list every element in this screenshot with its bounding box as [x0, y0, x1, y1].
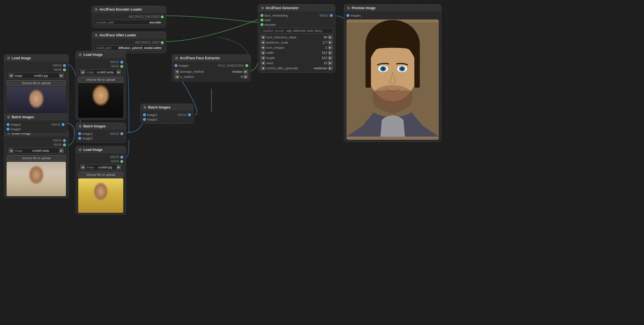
node-header: Arc2Face Face Extractor [172, 55, 250, 62]
output-port-image[interactable] [120, 61, 123, 64]
upload-btn-4[interactable]: choose file to upload [78, 172, 123, 178]
param-label: seed [266, 61, 273, 65]
next-btn[interactable]: ▶ [59, 149, 64, 153]
input-port-unet[interactable] [261, 19, 263, 21]
node-status-dot [79, 53, 82, 56]
output-label: MASK [54, 143, 62, 146]
node-title: Batch Images [12, 115, 34, 119]
node-status-dot [79, 125, 82, 128]
upload-btn-3[interactable]: choose file to upload [7, 155, 66, 161]
output-port[interactable] [188, 113, 191, 116]
output-port[interactable] [62, 123, 64, 126]
param-next-btn[interactable]: ▶ [328, 61, 333, 65]
arc2face-unet-loader-node: Arc2Face UNet Loader ARC2FACE_UNET model… [92, 31, 166, 53]
prev-btn[interactable]: ◀ [80, 70, 85, 74]
param-prev-btn[interactable]: ◀ [175, 75, 179, 79]
port-label: image2 [82, 137, 93, 140]
param-next-btn[interactable]: ▶ [328, 51, 333, 55]
next-btn[interactable]: ▶ [116, 70, 121, 74]
node-title: Preview Image [352, 6, 375, 10]
port-label: image2 [147, 118, 157, 121]
image-value: scottd2.webp [95, 71, 115, 74]
param-label: num_inference_steps [266, 36, 296, 39]
load-image-4-node: Load Image IMAGE MASK ◀ image scottd4.jp… [76, 146, 126, 215]
output-label: MASK [111, 65, 119, 68]
image-value: scottd1.jpg [24, 74, 58, 77]
port-label: face_embedding [265, 14, 288, 17]
input-port-image2[interactable] [143, 118, 146, 121]
output-port-image[interactable] [63, 64, 66, 67]
field-value: encoder [149, 21, 162, 24]
node-status-dot [7, 116, 10, 119]
prev-btn[interactable]: ◀ [9, 74, 13, 78]
port-label: unet [265, 18, 271, 22]
load-image-2-node: Load Image IMAGE MASK ◀ image scottd2.we… [76, 51, 126, 120]
input-port-images[interactable] [175, 64, 177, 67]
node-status-dot [347, 7, 350, 9]
param-prev-btn[interactable]: ◀ [261, 35, 265, 39]
svg-point-9 [400, 67, 404, 70]
negative-prompt-field[interactable]: negative_prompt ugly, deformed, noisy, b… [261, 28, 333, 34]
arc2face-encoder-loader-node: Arc2Face Encoder Loader ARC2FACE_ENCODER… [92, 6, 166, 28]
node-header: Batch Images [141, 104, 193, 111]
input-port-image1[interactable] [7, 123, 9, 126]
param-next-btn[interactable]: ▶ [328, 40, 333, 44]
param-prev-btn[interactable]: ◀ [261, 56, 265, 60]
input-port-image2[interactable] [78, 137, 81, 140]
output-port-mask[interactable] [63, 143, 66, 146]
output-port[interactable] [120, 132, 123, 135]
input-port-images[interactable] [347, 14, 349, 17]
param-prev-btn[interactable]: ◀ [261, 61, 265, 65]
param-label: average_method [180, 70, 204, 73]
input-port-image1[interactable] [143, 113, 146, 116]
upload-btn-1[interactable]: choose file to upload [7, 80, 66, 86]
output-port-image[interactable] [63, 139, 66, 142]
port-label: images [179, 64, 189, 67]
next-btn[interactable]: ▶ [59, 74, 64, 78]
output-port[interactable] [161, 41, 164, 44]
param-prev-btn[interactable]: ◀ [261, 46, 265, 50]
param-prev-btn[interactable]: ◀ [261, 66, 265, 70]
input-port-encoder[interactable] [261, 23, 263, 26]
output-port[interactable] [245, 64, 248, 67]
svg-rect-12 [414, 55, 420, 88]
prev-btn[interactable]: ◀ [80, 165, 85, 169]
output-port[interactable] [161, 15, 164, 18]
upload-btn-2[interactable]: choose file to upload [78, 77, 123, 82]
param-value: 13 [324, 61, 327, 65]
output-port[interactable] [330, 14, 333, 17]
param-next-btn[interactable]: ▶ [328, 35, 333, 39]
node-header: Arc2Face Encoder Loader [92, 6, 166, 13]
output-label: IMAGE [53, 139, 62, 142]
param-prev-btn[interactable]: ◀ [261, 51, 265, 55]
output-label: MASK [111, 160, 119, 163]
param-next-btn[interactable]: ▶ [328, 66, 333, 70]
output-label: ARC2FACE_ENCODER [129, 15, 160, 18]
param-next-btn[interactable]: ▶ [243, 70, 248, 74]
image-preview-4 [78, 178, 123, 213]
field-label: model_path [96, 46, 111, 50]
output-port-mask[interactable] [63, 68, 66, 71]
input-port-face-embedding[interactable] [261, 14, 263, 17]
param-next-btn[interactable]: ▶ [328, 46, 333, 50]
output-port-mask[interactable] [120, 65, 123, 68]
port-label: image1 [147, 113, 157, 117]
param-prev-btn[interactable]: ◀ [261, 40, 265, 44]
output-label: IMAGE [53, 64, 62, 67]
output-label: MASK [54, 68, 62, 71]
field-label: encoder_path [96, 21, 114, 24]
next-btn[interactable]: ▶ [116, 165, 121, 169]
param-value: 30 [324, 36, 327, 39]
output-label: IMAGE [178, 113, 187, 117]
param-value: median [232, 70, 242, 73]
batch-images-3-node: Batch Images image1 IMAGE image2 [140, 104, 193, 124]
output-port-mask[interactable] [120, 160, 123, 163]
param-next-btn[interactable]: ▶ [328, 56, 333, 60]
param-next-btn[interactable]: ▶ [243, 75, 248, 79]
param-label: guidance_scale [266, 41, 288, 44]
output-port-image[interactable] [120, 156, 123, 159]
input-port-image1[interactable] [78, 132, 81, 135]
param-prev-btn[interactable]: ◀ [175, 70, 179, 74]
prev-btn[interactable]: ◀ [9, 149, 13, 153]
input-port-image2[interactable] [7, 128, 9, 131]
